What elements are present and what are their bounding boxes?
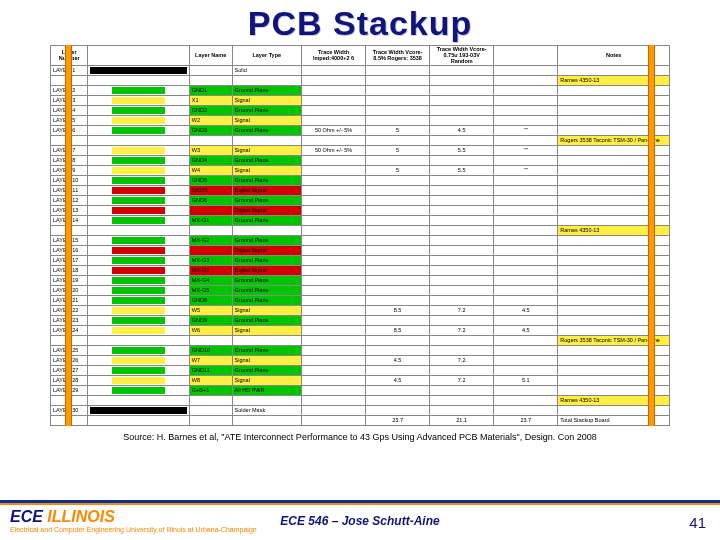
col-tw1: Trace Width Imped:4000+2 6 [301, 46, 365, 66]
table-row: LAYER 18MX-D2Digital Signal [51, 266, 670, 276]
table-row: Rames 4350-13 [51, 226, 670, 236]
table-row: LAYER 12GND6Ground Plane [51, 196, 670, 206]
table-row: LAYER 26W7Signal4.57.2 [51, 356, 670, 366]
col-layertype: Layer Type [232, 46, 301, 66]
table-row: 23.721.123.7Total Stackup Board [51, 416, 670, 426]
footer-course: ECE 546 – Jose Schutt-Aine [0, 514, 720, 528]
col-tw3: Trace Width Vcore-0.75u 193-03V Random [430, 46, 494, 66]
table-row: LAYER 15MX-G2Ground Plane [51, 236, 670, 246]
stackup-table: Layer Number Layer Name Layer Type Trace… [50, 45, 670, 426]
table-row: LAYER 9W4Signal55.5"" [51, 166, 670, 176]
table-row: Rogers 3538 Taconic TSM-30 / Pan-Fine [51, 136, 670, 146]
table-row: LAYER 10GND5Ground Plane [51, 176, 670, 186]
table-row: LAYER 4GND2Ground Plane [51, 106, 670, 116]
col-tw2: Trace Width Vcore-8.5% Rogers: 3538 [366, 46, 430, 66]
footer: ECE ILLINOIS Electrical and Computer Eng… [0, 500, 720, 540]
table-row: LAYER 27GND11Ground Plane [51, 366, 670, 376]
footer-pagenum: 41 [689, 514, 706, 531]
table-row: LAYER 3X1Signal [51, 96, 670, 106]
table-row: LAYER 24W6Signal8.57.24.5 [51, 326, 670, 336]
drill-via-left [65, 45, 72, 426]
table-row: LAYER 8GND4Ground Plane [51, 156, 670, 166]
table-row: Rogers 3538 Taconic TSM-30 / Pan-Fine [51, 336, 670, 346]
table-row: LAYER 22W5Signal8.57.24.5 [51, 306, 670, 316]
table-row: Rames 4350-13 [51, 396, 670, 406]
stackup-diagram: Layer Number Layer Name Layer Type Trace… [50, 45, 670, 426]
table-row: LAYER 25GND10Ground Plane [51, 346, 670, 356]
table-row: LAYER 1Solid [51, 66, 670, 76]
table-row: LAYER 14MX-G1Ground Plane [51, 216, 670, 226]
table-row: LAYER 2GND1Ground Plane [51, 86, 670, 96]
table-row: LAYER 7W3Signal50 Ohm +/- 5%55.5"" [51, 146, 670, 156]
table-row: LAYER 21GND8Ground Plane [51, 296, 670, 306]
table-row: LAYER 5W2Signal [51, 116, 670, 126]
table-row: LAYER 28W8Signal4.57.25.1 [51, 376, 670, 386]
col-twn [494, 46, 558, 66]
source-citation: Source: H. Barnes et al, "ATE Interconne… [0, 432, 720, 442]
table-row: LAYER 16Digital Signal [51, 246, 670, 256]
table-row: LAYER 20MX-G5Ground Plane [51, 286, 670, 296]
col-layername: Layer Name [189, 46, 232, 66]
footer-rule-orange [0, 503, 720, 505]
table-row: LAYER 29G+B+1All HD PWR [51, 386, 670, 396]
table-row: LAYER 13Digital Signal [51, 206, 670, 216]
table-row: LAYER 11DIG75Digital Signal [51, 186, 670, 196]
table-row: Rames 4350-13 [51, 76, 670, 86]
table-row: LAYER 17MX-G3Ground Plane [51, 256, 670, 266]
table-row: LAYER 6GND3Ground Plane50 Ohm +/- 5%54.5… [51, 126, 670, 136]
col-crosssect [88, 46, 189, 66]
table-row: LAYER 30Solder Mask [51, 406, 670, 416]
table-row: LAYER 23GND9Ground Plane [51, 316, 670, 326]
drill-via-right [648, 45, 655, 426]
table-row: LAYER 19MX-G4Ground Plane [51, 276, 670, 286]
slide-title: PCB Stackup [0, 4, 720, 43]
